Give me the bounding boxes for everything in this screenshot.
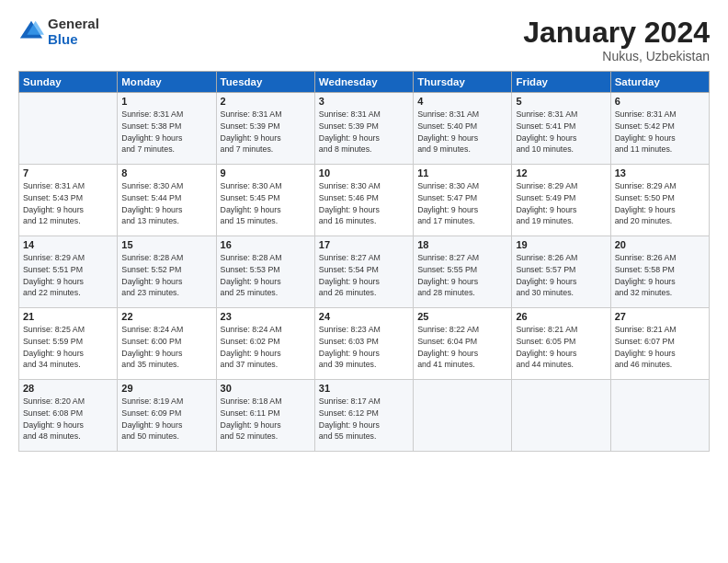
day-number: 8	[121, 167, 211, 178]
month-title: January 2024	[523, 17, 710, 49]
calendar-cell	[512, 380, 610, 452]
day-number: 14	[23, 239, 113, 250]
day-info: Sunrise: 8:24 AMSunset: 6:00 PMDaylight:…	[121, 324, 211, 371]
day-header-thursday: Thursday	[414, 72, 512, 93]
day-info: Sunrise: 8:24 AMSunset: 6:02 PMDaylight:…	[221, 324, 311, 371]
logo-blue: Blue	[48, 32, 99, 48]
day-header-sunday: Sunday	[19, 72, 118, 93]
day-number: 20	[615, 239, 705, 250]
day-info: Sunrise: 8:17 AMSunset: 6:12 PMDaylight:…	[319, 396, 409, 442]
calendar-cell: 12Sunrise: 8:29 AMSunset: 5:49 PMDayligh…	[512, 165, 610, 236]
day-number: 26	[516, 311, 606, 322]
day-info: Sunrise: 8:31 AMSunset: 5:43 PMDaylight:…	[23, 180, 113, 227]
header-row: SundayMondayTuesdayWednesdayThursdayFrid…	[19, 72, 710, 93]
location: Nukus, Uzbekistan	[523, 49, 710, 63]
week-row-2: 7Sunrise: 8:31 AMSunset: 5:43 PMDaylight…	[19, 165, 710, 236]
calendar-cell: 10Sunrise: 8:30 AMSunset: 5:46 PMDayligh…	[314, 165, 413, 236]
day-number: 17	[319, 239, 409, 250]
day-number: 27	[615, 311, 705, 322]
calendar-cell: 31Sunrise: 8:17 AMSunset: 6:12 PMDayligh…	[314, 380, 413, 452]
day-info: Sunrise: 8:23 AMSunset: 6:03 PMDaylight:…	[319, 324, 409, 371]
day-info: Sunrise: 8:19 AMSunset: 6:09 PMDaylight:…	[121, 396, 211, 442]
day-number: 3	[319, 96, 409, 107]
day-info: Sunrise: 8:28 AMSunset: 5:53 PMDaylight:…	[221, 252, 311, 299]
calendar-cell: 23Sunrise: 8:24 AMSunset: 6:02 PMDayligh…	[216, 308, 314, 380]
week-row-4: 21Sunrise: 8:25 AMSunset: 5:59 PMDayligh…	[19, 308, 710, 380]
day-info: Sunrise: 8:31 AMSunset: 5:38 PMDaylight:…	[121, 109, 211, 155]
day-number: 23	[221, 311, 311, 322]
calendar-cell	[414, 380, 512, 452]
title-block: January 2024 Nukus, Uzbekistan	[523, 17, 710, 63]
logo-icon	[18, 19, 44, 45]
calendar-cell: 5Sunrise: 8:31 AMSunset: 5:41 PMDaylight…	[512, 93, 610, 165]
day-info: Sunrise: 8:30 AMSunset: 5:47 PMDaylight:…	[417, 180, 507, 227]
day-info: Sunrise: 8:30 AMSunset: 5:44 PMDaylight:…	[121, 180, 211, 227]
day-number: 9	[221, 167, 311, 178]
calendar-cell: 29Sunrise: 8:19 AMSunset: 6:09 PMDayligh…	[118, 380, 216, 452]
calendar-cell: 9Sunrise: 8:30 AMSunset: 5:45 PMDaylight…	[216, 165, 314, 236]
day-number: 28	[23, 383, 113, 394]
calendar-cell: 25Sunrise: 8:22 AMSunset: 6:04 PMDayligh…	[414, 308, 512, 380]
day-number: 15	[121, 239, 211, 250]
day-number: 6	[615, 96, 705, 107]
calendar-cell: 21Sunrise: 8:25 AMSunset: 5:59 PMDayligh…	[19, 308, 118, 380]
header: General Blue January 2024 Nukus, Uzbekis…	[18, 17, 710, 63]
calendar-cell: 17Sunrise: 8:27 AMSunset: 5:54 PMDayligh…	[314, 236, 413, 308]
day-header-tuesday: Tuesday	[216, 72, 314, 93]
calendar-cell: 16Sunrise: 8:28 AMSunset: 5:53 PMDayligh…	[216, 236, 314, 308]
day-number: 21	[23, 311, 113, 322]
day-header-monday: Monday	[118, 72, 216, 93]
day-info: Sunrise: 8:21 AMSunset: 6:05 PMDaylight:…	[516, 324, 606, 371]
calendar-cell: 27Sunrise: 8:21 AMSunset: 6:07 PMDayligh…	[610, 308, 709, 380]
day-number: 5	[516, 96, 606, 107]
day-info: Sunrise: 8:31 AMSunset: 5:40 PMDaylight:…	[417, 109, 507, 155]
day-info: Sunrise: 8:31 AMSunset: 5:42 PMDaylight:…	[615, 109, 705, 155]
calendar-cell: 3Sunrise: 8:31 AMSunset: 5:39 PMDaylight…	[314, 93, 413, 165]
week-row-5: 28Sunrise: 8:20 AMSunset: 6:08 PMDayligh…	[19, 380, 710, 452]
day-info: Sunrise: 8:30 AMSunset: 5:46 PMDaylight:…	[319, 180, 409, 227]
calendar-table: SundayMondayTuesdayWednesdayThursdayFrid…	[18, 71, 710, 452]
day-info: Sunrise: 8:31 AMSunset: 5:41 PMDaylight:…	[516, 109, 606, 155]
calendar-cell: 1Sunrise: 8:31 AMSunset: 5:38 PMDaylight…	[118, 93, 216, 165]
day-info: Sunrise: 8:30 AMSunset: 5:45 PMDaylight:…	[221, 180, 311, 227]
calendar-cell: 18Sunrise: 8:27 AMSunset: 5:55 PMDayligh…	[414, 236, 512, 308]
day-header-wednesday: Wednesday	[314, 72, 413, 93]
day-number: 19	[516, 239, 606, 250]
day-number: 29	[121, 383, 211, 394]
day-number: 25	[417, 311, 507, 322]
day-number: 13	[615, 167, 705, 178]
calendar-cell: 13Sunrise: 8:29 AMSunset: 5:50 PMDayligh…	[610, 165, 709, 236]
day-info: Sunrise: 8:20 AMSunset: 6:08 PMDaylight:…	[23, 396, 113, 442]
calendar-cell: 7Sunrise: 8:31 AMSunset: 5:43 PMDaylight…	[19, 165, 118, 236]
day-info: Sunrise: 8:31 AMSunset: 5:39 PMDaylight:…	[319, 109, 409, 155]
week-row-1: 1Sunrise: 8:31 AMSunset: 5:38 PMDaylight…	[19, 93, 710, 165]
day-number: 31	[319, 383, 409, 394]
logo-general: General	[48, 17, 99, 32]
day-number: 18	[417, 239, 507, 250]
day-info: Sunrise: 8:26 AMSunset: 5:58 PMDaylight:…	[615, 252, 705, 299]
calendar-cell: 24Sunrise: 8:23 AMSunset: 6:03 PMDayligh…	[314, 308, 413, 380]
calendar-cell: 6Sunrise: 8:31 AMSunset: 5:42 PMDaylight…	[610, 93, 709, 165]
day-number: 30	[221, 383, 311, 394]
day-info: Sunrise: 8:25 AMSunset: 5:59 PMDaylight:…	[23, 324, 113, 371]
calendar-cell: 14Sunrise: 8:29 AMSunset: 5:51 PMDayligh…	[19, 236, 118, 308]
logo: General Blue	[18, 17, 99, 47]
day-number: 16	[221, 239, 311, 250]
day-number: 2	[221, 96, 311, 107]
day-info: Sunrise: 8:31 AMSunset: 5:39 PMDaylight:…	[221, 109, 311, 155]
day-number: 10	[319, 167, 409, 178]
day-number: 22	[121, 311, 211, 322]
day-info: Sunrise: 8:28 AMSunset: 5:52 PMDaylight:…	[121, 252, 211, 299]
calendar-cell: 28Sunrise: 8:20 AMSunset: 6:08 PMDayligh…	[19, 380, 118, 452]
calendar-cell: 19Sunrise: 8:26 AMSunset: 5:57 PMDayligh…	[512, 236, 610, 308]
day-info: Sunrise: 8:27 AMSunset: 5:55 PMDaylight:…	[417, 252, 507, 299]
calendar-cell: 15Sunrise: 8:28 AMSunset: 5:52 PMDayligh…	[118, 236, 216, 308]
day-info: Sunrise: 8:18 AMSunset: 6:11 PMDaylight:…	[221, 396, 311, 442]
calendar-cell: 26Sunrise: 8:21 AMSunset: 6:05 PMDayligh…	[512, 308, 610, 380]
calendar-cell: 2Sunrise: 8:31 AMSunset: 5:39 PMDaylight…	[216, 93, 314, 165]
day-number: 4	[417, 96, 507, 107]
calendar-cell: 11Sunrise: 8:30 AMSunset: 5:47 PMDayligh…	[414, 165, 512, 236]
day-info: Sunrise: 8:22 AMSunset: 6:04 PMDaylight:…	[417, 324, 507, 371]
calendar-cell: 8Sunrise: 8:30 AMSunset: 5:44 PMDaylight…	[118, 165, 216, 236]
calendar-cell: 4Sunrise: 8:31 AMSunset: 5:40 PMDaylight…	[414, 93, 512, 165]
